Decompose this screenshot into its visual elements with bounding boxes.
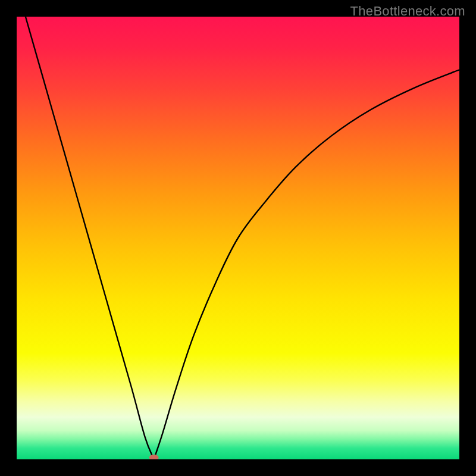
plot-area bbox=[17, 17, 459, 459]
bottleneck-curve bbox=[17, 17, 459, 459]
chart-frame: TheBottleneck.com bbox=[0, 0, 476, 476]
minimum-marker bbox=[149, 455, 159, 459]
watermark-text: TheBottleneck.com bbox=[350, 4, 465, 19]
